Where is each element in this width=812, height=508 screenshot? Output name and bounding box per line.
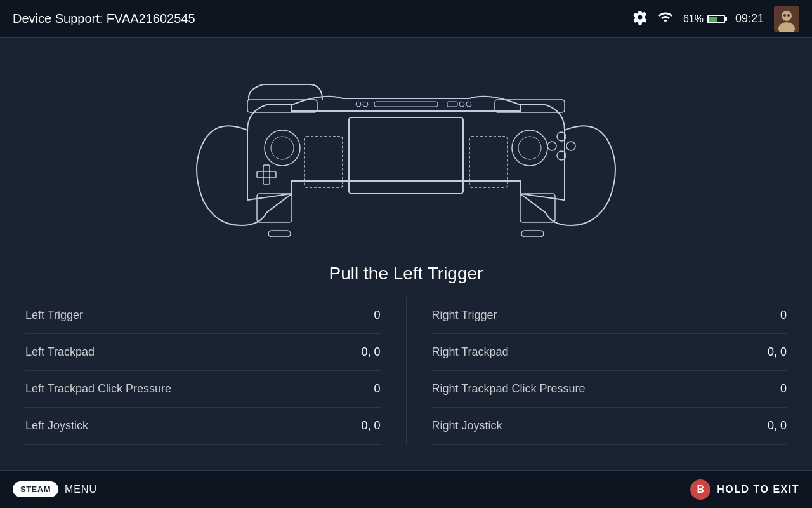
svg-point-4: [787, 14, 790, 17]
svg-point-12: [512, 130, 547, 166]
svg-rect-20: [374, 102, 438, 107]
settings-icon[interactable]: [632, 10, 648, 28]
battery-icon: [707, 15, 725, 23]
svg-point-21: [356, 102, 361, 107]
svg-point-16: [547, 142, 556, 150]
table-row: Left Trackpad Click Pressure 0: [25, 371, 381, 408]
left-trigger-value: 0: [374, 309, 380, 322]
left-joystick-value: 0, 0: [361, 419, 380, 432]
left-data-column: Left Trigger 0 Left Trackpad 0, 0 Left T…: [0, 297, 407, 444]
svg-point-13: [518, 137, 541, 159]
right-trackpad-click-value: 0: [780, 382, 787, 396]
svg-rect-14: [257, 171, 276, 178]
b-button: B: [690, 479, 710, 500]
right-joystick-value: 0, 0: [768, 419, 787, 432]
svg-rect-29: [521, 231, 544, 237]
clock: 09:21: [735, 12, 764, 25]
header: Device Support: FVAA21602545 61% 09:21: [0, 0, 812, 38]
svg-point-1: [782, 11, 792, 21]
svg-rect-8: [304, 137, 343, 187]
menu-label: MENU: [65, 484, 97, 495]
table-row: Left Trigger 0: [25, 297, 381, 334]
svg-point-25: [466, 102, 471, 107]
instruction-text: Pull the Left Trigger: [0, 254, 812, 297]
table-row: Right Trackpad 0, 0: [432, 334, 787, 371]
right-trigger-label: Right Trigger: [432, 309, 497, 322]
right-trackpad-value: 0, 0: [768, 345, 787, 359]
battery-section: 61%: [683, 13, 725, 25]
device-title: Device Support: FVAA21602545: [13, 11, 195, 26]
battery-percent: 61%: [683, 13, 704, 25]
svg-rect-9: [469, 137, 508, 187]
svg-rect-15: [263, 165, 270, 184]
left-trackpad-label: Left Trackpad: [25, 345, 95, 359]
hold-to-exit[interactable]: B HOLD TO EXIT: [690, 479, 799, 500]
left-trigger-label: Left Trigger: [25, 309, 83, 322]
left-trackpad-click-label: Left Trackpad Click Pressure: [25, 382, 171, 396]
left-joystick-label: Left Joystick: [25, 419, 88, 432]
table-row: Right Joystick 0, 0: [432, 408, 787, 444]
avatar[interactable]: [774, 6, 799, 32]
svg-point-10: [265, 130, 300, 166]
svg-rect-23: [447, 102, 457, 107]
right-trackpad-click-label: Right Trackpad Click Pressure: [432, 382, 586, 396]
steam-badge: STEAM: [13, 481, 58, 497]
wifi-icon: [658, 10, 673, 28]
svg-point-24: [459, 102, 464, 107]
controller-diagram-area: [0, 38, 812, 254]
table-row: Left Joystick 0, 0: [25, 408, 381, 444]
right-trigger-value: 0: [780, 309, 787, 322]
left-trackpad-value: 0, 0: [361, 345, 380, 359]
svg-rect-28: [268, 231, 291, 237]
svg-point-22: [363, 102, 368, 107]
right-trackpad-label: Right Trackpad: [432, 345, 509, 359]
controller-diagram: [165, 54, 647, 244]
steam-menu-button[interactable]: STEAM MENU: [13, 481, 97, 497]
right-joystick-label: Right Joystick: [432, 419, 502, 432]
footer: STEAM MENU B HOLD TO EXIT: [0, 470, 812, 508]
svg-point-19: [566, 142, 575, 150]
table-row: Right Trackpad Click Pressure 0: [432, 371, 787, 408]
svg-point-3: [783, 14, 786, 17]
table-row: Right Trigger 0: [432, 297, 787, 334]
right-data-column: Right Trigger 0 Right Trackpad 0, 0 Righ…: [407, 297, 813, 444]
left-trackpad-click-value: 0: [374, 382, 380, 396]
data-area: Left Trigger 0 Left Trackpad 0, 0 Left T…: [0, 297, 812, 444]
svg-point-11: [271, 137, 294, 159]
table-row: Left Trackpad 0, 0: [25, 334, 381, 371]
header-controls: 61% 09:21: [632, 6, 799, 32]
svg-rect-7: [349, 117, 463, 194]
hold-exit-label: HOLD TO EXIT: [717, 484, 799, 495]
